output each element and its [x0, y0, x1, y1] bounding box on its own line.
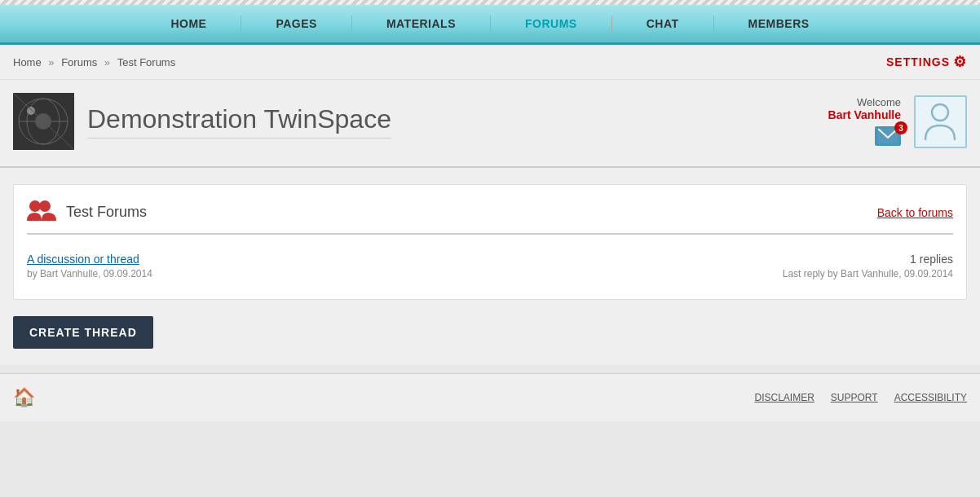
breadcrumb-home[interactable]: Home: [13, 56, 42, 68]
breadcrumb-current: Test Forums: [117, 56, 176, 68]
page-footer: 🏠 DISCLAIMER SUPPORT ACCESSIBILITY: [0, 373, 980, 421]
thread-right: 1 replies Last reply by Bart Vanhulle, 0…: [783, 253, 953, 279]
header-left: Demonstration TwinSpace: [13, 93, 391, 150]
mail-icon-wrap[interactable]: 3: [875, 126, 901, 146]
breadcrumb-bar: Home » Forums » Test Forums SETTINGS ⚙: [0, 45, 980, 80]
forum-card-header: Test Forums Back to forums: [27, 198, 953, 235]
svg-point-5: [27, 107, 35, 115]
footer-links: DISCLAIMER SUPPORT ACCESSIBILITY: [754, 392, 967, 403]
breadcrumb: Home » Forums » Test Forums: [13, 56, 175, 68]
footer-accessibility[interactable]: ACCESSIBILITY: [894, 392, 967, 403]
forum-card: Test Forums Back to forums A discussion …: [13, 184, 967, 300]
thread-last-reply: Last reply by Bart Vanhulle, 09.09.2014: [783, 268, 953, 279]
site-thumbnail-image: [13, 93, 74, 150]
nav-items: HOME PAGES MATERIALS FORUMS CHAT MEMBERS: [0, 5, 980, 42]
nav-forums[interactable]: FORUMS: [491, 17, 611, 30]
back-to-forums-link[interactable]: Back to forums: [877, 206, 953, 219]
thread-meta: by Bart Vanhulle, 09.09.2014: [27, 268, 152, 279]
nav-materials[interactable]: MATERIALS: [352, 17, 490, 30]
nav-pages[interactable]: PAGES: [241, 17, 351, 30]
welcome-box: Welcome Bart Vanhulle 3: [828, 96, 901, 147]
main-content: Test Forums Back to forums A discussion …: [0, 168, 980, 365]
nav-home[interactable]: HOME: [136, 17, 241, 30]
thread-row: A discussion or thread by Bart Vanhulle,…: [27, 246, 953, 286]
site-title: Demonstration TwinSpace: [87, 104, 391, 139]
footer-disclaimer[interactable]: DISCLAIMER: [754, 392, 814, 403]
thread-left: A discussion or thread by Bart Vanhulle,…: [27, 253, 152, 279]
avatar-box[interactable]: [914, 95, 967, 148]
breadcrumb-sep-2: »: [104, 56, 113, 68]
svg-point-9: [29, 200, 41, 212]
create-thread-button[interactable]: CREATE THREAD: [13, 316, 153, 349]
user-name[interactable]: Bart Vanhulle: [828, 108, 901, 121]
page-header: Demonstration TwinSpace Welcome Bart Van…: [0, 80, 980, 168]
footer-support[interactable]: SUPPORT: [831, 392, 878, 403]
avatar-icon: [922, 101, 959, 142]
nav-chat[interactable]: CHAT: [612, 17, 713, 30]
site-thumbnail: [13, 93, 74, 150]
header-right: Welcome Bart Vanhulle 3: [828, 95, 967, 148]
forum-card-title-wrap: Test Forums: [27, 198, 147, 227]
welcome-text: Welcome: [828, 96, 901, 108]
forum-card-title: Test Forums: [66, 204, 147, 221]
thread-title[interactable]: A discussion or thread: [27, 253, 152, 266]
gear-icon: ⚙: [953, 53, 967, 71]
thread-replies: 1 replies: [783, 253, 953, 266]
breadcrumb-sep-1: »: [48, 56, 57, 68]
settings-label: SETTINGS: [886, 55, 950, 68]
svg-point-10: [39, 200, 51, 212]
nav-bar: HOME PAGES MATERIALS FORUMS CHAT MEMBERS: [0, 0, 980, 45]
home-icon[interactable]: 🏠: [13, 387, 35, 408]
breadcrumb-forums[interactable]: Forums: [61, 56, 97, 68]
mail-badge: 3: [894, 121, 907, 134]
nav-members[interactable]: MEMBERS: [714, 17, 844, 30]
settings-link[interactable]: SETTINGS ⚙: [886, 53, 967, 71]
forum-group-icon: [27, 198, 56, 227]
svg-point-8: [932, 104, 948, 121]
